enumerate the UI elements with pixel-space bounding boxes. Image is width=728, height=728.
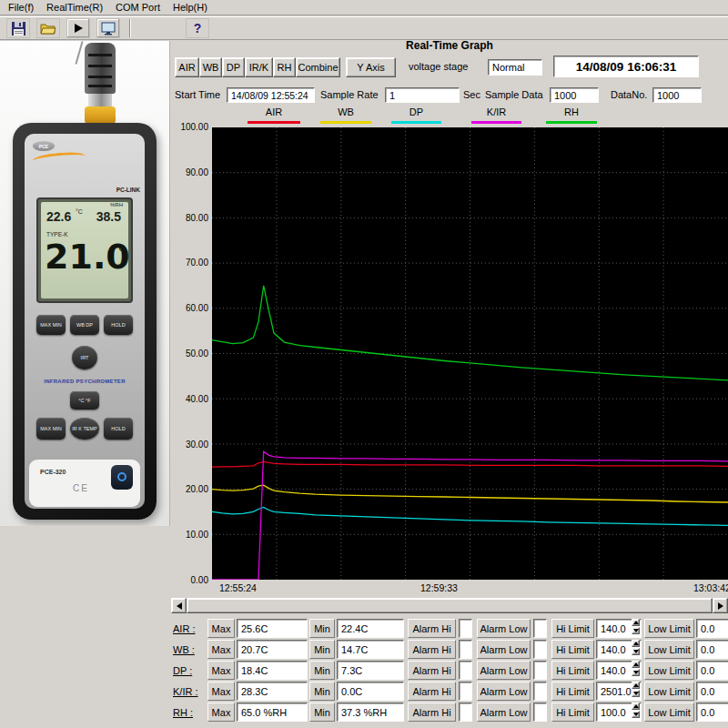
channel-label: RH : <box>173 703 209 722</box>
voltage-stage-label: voltage stage <box>409 61 468 72</box>
channel-button-rh[interactable]: RH <box>273 57 296 77</box>
min-value: 7.3C <box>337 661 404 680</box>
start-play-icon <box>72 22 85 35</box>
scrollbar-thumb[interactable] <box>187 598 713 613</box>
hi-limit-spinner[interactable] <box>632 661 640 680</box>
irt-key[interactable]: IRT <box>72 346 97 369</box>
channel-label: WB : <box>173 640 209 659</box>
channel-button-irk[interactable]: IR/K <box>245 57 273 77</box>
low-limit-label: Low Limit <box>644 619 694 638</box>
spin-down-icon[interactable] <box>632 648 640 655</box>
lcd-main-unit: °C <box>116 244 125 253</box>
max-min-2-key[interactable]: MAX MIN <box>36 418 66 440</box>
alarm-low-indicator <box>533 682 547 701</box>
spin-down-icon[interactable] <box>632 690 640 697</box>
alarm-hi-indicator <box>459 619 472 638</box>
help-icon: ? <box>194 21 202 35</box>
max-value: 28.3C <box>237 682 308 701</box>
monitor-button[interactable] <box>96 18 120 38</box>
lcd-temp-unit: °C <box>76 208 83 215</box>
channel-button-dp[interactable]: DP <box>222 57 245 77</box>
min-label: Min <box>309 619 335 638</box>
alarm-low-label: Alarm Low <box>477 682 531 701</box>
hi-limit-spinner[interactable] <box>632 640 640 659</box>
clock-display: 14/08/09 16:06:31 <box>553 56 699 77</box>
legend-dp: DP <box>391 106 441 124</box>
realtime-graph <box>212 127 728 580</box>
spin-down-icon[interactable] <box>632 627 640 634</box>
power-button[interactable] <box>111 465 133 490</box>
menu-com-port[interactable]: COM Port <box>110 1 167 15</box>
hi-limit-label: Hi Limit <box>551 640 594 659</box>
spin-up-icon[interactable] <box>632 619 640 626</box>
spin-down-icon[interactable] <box>632 711 640 718</box>
table-row-wb: WB : Max 20.7C Min 14.7C Alarm Hi Alarm … <box>171 640 728 659</box>
spin-down-icon[interactable] <box>632 669 640 676</box>
low-limit-label: Low Limit <box>644 682 694 701</box>
y-axis-button[interactable]: Y Axis <box>346 57 396 77</box>
x-tick-start: 12:55:24 <box>219 582 257 593</box>
help-button[interactable]: ? <box>186 18 209 38</box>
legend-air: AIR <box>248 106 300 124</box>
legend-label: RH <box>564 106 579 117</box>
toolbar: ? <box>0 16 728 40</box>
max-min-key[interactable]: MAX MIN <box>36 315 66 335</box>
low-limit-input[interactable]: 0.0 <box>696 640 728 659</box>
table-row-air: AIR : Max 25.6C Min 22.4C Alarm Hi Alarm… <box>171 619 728 638</box>
menu-help[interactable]: Help(H) <box>167 1 215 15</box>
channel-label: AIR : <box>173 619 209 638</box>
open-button[interactable] <box>36 18 60 38</box>
channel-button-combine[interactable]: Combine <box>296 57 340 77</box>
table-row-kir: K/IR : Max 28.3C Min 0.0C Alarm Hi Alarm… <box>171 682 728 701</box>
spin-up-icon[interactable] <box>632 682 640 689</box>
table-row-rh: RH : Max 65.0 %RH Min 37.3 %RH Alarm Hi … <box>171 703 728 722</box>
channel-button-wb[interactable]: WB <box>199 57 222 77</box>
menu-realtime[interactable]: RealTime(R) <box>41 1 110 15</box>
sample-data-label: Sample Data <box>485 89 543 100</box>
menu-file[interactable]: File(f) <box>3 1 41 15</box>
hi-limit-spinner[interactable] <box>632 682 640 701</box>
page-title: Real-Time Graph <box>171 39 728 52</box>
alarm-hi-label: Alarm Hi <box>408 619 456 638</box>
cf-key[interactable]: °C °F <box>70 391 99 410</box>
spin-up-icon[interactable] <box>632 703 640 710</box>
hi-limit-spinner[interactable] <box>632 703 640 722</box>
channel-button-air[interactable]: AIR <box>175 57 199 77</box>
lcd-frame: 22.6 °C 38.5 %RH TYPE-K 21.0 °C <box>36 197 133 303</box>
spin-up-icon[interactable] <box>632 661 640 668</box>
legend-label: WB <box>338 106 354 117</box>
sample-rate-input[interactable]: 1 <box>385 87 460 103</box>
horizontal-scrollbar[interactable] <box>171 598 728 613</box>
low-limit-input[interactable]: 0.0 <box>696 619 728 638</box>
spin-up-icon[interactable] <box>632 640 640 647</box>
alarm-hi-label: Alarm Hi <box>408 682 456 701</box>
hold-2-key[interactable]: HOLD <box>104 418 133 440</box>
scroll-right-button[interactable] <box>713 598 728 613</box>
ir-k-temp-key[interactable]: IR K TEMP <box>70 418 99 440</box>
data-no-value: 1000 <box>652 87 702 103</box>
hi-limit-spinner[interactable] <box>632 619 640 638</box>
low-limit-label: Low Limit <box>644 640 694 659</box>
min-value: 14.7C <box>337 640 404 659</box>
low-limit-input[interactable]: 0.0 <box>696 661 728 680</box>
hold-key[interactable]: HOLD <box>104 315 133 335</box>
alarm-hi-indicator <box>459 661 472 680</box>
alarm-hi-indicator <box>459 682 472 701</box>
legend-color-bar <box>248 121 300 124</box>
save-icon <box>11 21 26 36</box>
max-value: 20.7C <box>237 640 308 659</box>
low-limit-input[interactable]: 0.0 <box>696 703 728 722</box>
pc-link-label: PC-LINK <box>87 187 140 193</box>
voltage-stage-value[interactable]: Normal <box>488 59 542 76</box>
alarm-hi-indicator <box>459 703 472 722</box>
scroll-left-button[interactable] <box>171 598 187 613</box>
wb-dp-key[interactable]: WB DP <box>70 315 99 335</box>
save-button[interactable] <box>6 18 30 38</box>
x-tick-mid: 12:59:33 <box>420 582 458 593</box>
sample-rate-unit: Sec <box>463 89 480 100</box>
low-limit-input[interactable]: 0.0 <box>696 682 728 701</box>
app-window: File(f) RealTime(R) COM Port Help(H) <box>0 0 728 728</box>
low-limit-label: Low Limit <box>644 703 694 722</box>
scroll-right-icon <box>718 602 723 610</box>
start-button[interactable] <box>66 18 90 38</box>
